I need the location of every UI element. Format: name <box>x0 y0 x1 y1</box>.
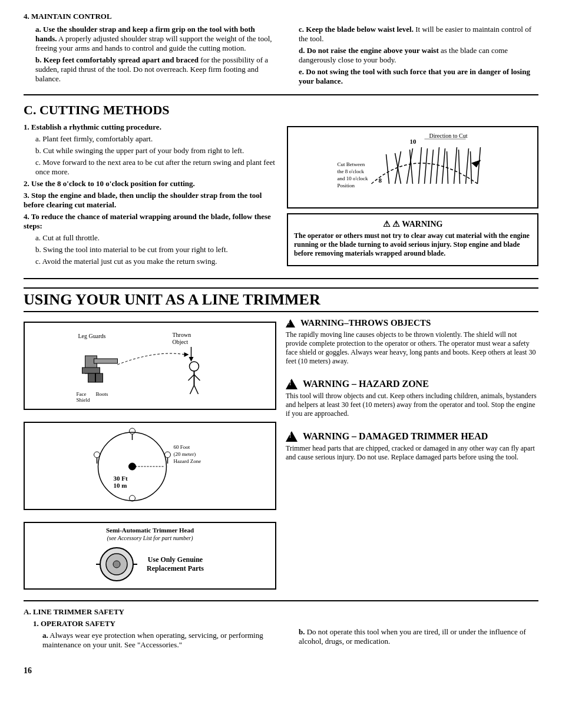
cm-item-3: 3. Stop the engine and blade, then uncli… <box>24 191 275 210</box>
page: 4. MAINTAIN CONTROL a. Use the shoulder … <box>24 12 538 676</box>
divider-1 <box>24 94 538 95</box>
leg-guard-right <box>96 373 103 382</box>
cut-between-label: Cut Between <box>338 161 365 167</box>
svg-line-6 <box>425 148 428 184</box>
svg-line-13 <box>466 148 469 184</box>
mc-item-d-bold: Do not raise the engine above your waist <box>307 46 439 55</box>
mc-item-c: c. Keep the blade below waist level. It … <box>299 25 538 44</box>
machine-arm <box>94 359 118 363</box>
maintain-control-right-items: c. Keep the blade below waist level. It … <box>287 25 538 86</box>
cm-4a: a. Cut at full throttle. <box>35 233 275 243</box>
svg-text:Position: Position <box>338 183 355 188</box>
maintain-control-section: 4. MAINTAIN CONTROL a. Use the shoulder … <box>24 12 538 88</box>
lts-sub-heading: 1. OPERATOR SAFETY <box>24 619 275 628</box>
mc-item-e: e. Do not swing the tool with such force… <box>299 67 538 86</box>
lts-item-a: a. Always wear eye protection when opera… <box>42 631 275 650</box>
lts-item-b-text: Do not operate this tool when you are ti… <box>299 627 526 646</box>
svg-text:Shield: Shield <box>77 397 91 403</box>
cutting-diagram: 10 8 Direction to Cut Cut Between the 8 … <box>287 126 538 209</box>
svg-line-11 <box>454 147 457 184</box>
svg-line-14 <box>471 151 472 184</box>
warning-3-triangle: ! <box>286 431 297 442</box>
person-leg-right <box>194 385 199 394</box>
person-arm-left <box>189 375 194 380</box>
cm-4c: c. Avoid the material just cut as you ma… <box>35 257 275 266</box>
mc-item-c-bold: Keep the blade below waist level. <box>306 25 414 34</box>
mc-item-a-normal: A properly adjusted shoulder strap will … <box>35 34 272 52</box>
warning-2-text: This tool will throw objects and cut. Ke… <box>286 392 538 418</box>
cm-item-2: 2. Use the 8 o'clock to 10 o'clock posit… <box>24 179 275 188</box>
mc-item-c-label: c. <box>299 25 304 34</box>
warning-1-title: WARNING–THROWS OBJECTS <box>300 318 431 328</box>
person-head <box>190 362 199 371</box>
warning-2-triangle: ! <box>286 379 297 389</box>
lts-right-items: b. Do not operate this tool when you are… <box>287 627 538 646</box>
machine-guard <box>82 368 100 373</box>
warning-1-text: The rapidly moving line causes objects t… <box>286 330 538 366</box>
svg-line-5 <box>419 147 422 184</box>
lts-item-a-text: Always wear eye protection when operatin… <box>42 631 263 649</box>
cutting-methods-heading: C. CUTTING METHODS <box>24 102 538 118</box>
warning-triangle-icon: ⚠ <box>383 220 391 229</box>
mc-item-a: a. Use the shoulder strap and keep a fir… <box>35 25 275 53</box>
lts-right: b. Do not operate this tool when you are… <box>287 607 538 652</box>
person2-head <box>165 452 171 458</box>
hazard-zone-svg: 30 Ft 10 m 60 <box>28 426 272 503</box>
cutting-methods-list: 1. Establish a rhythmic cutting procedur… <box>24 123 275 271</box>
line-trimmer-safety-section: A. LINE TRIMMER SAFETY 1. OPERATOR SAFET… <box>24 607 538 652</box>
lts-item-b: b. Do not operate this tool when you are… <box>299 627 538 646</box>
trimmer-warnings: ! WARNING–THROWS OBJECTS The rapidly mov… <box>286 318 538 593</box>
trimmer-content: Leg Guards Thrown Object <box>24 318 538 593</box>
warning-hazard-zone: ! WARNING – HAZARD ZONE This tool will t… <box>286 379 538 421</box>
thrown-arrow <box>189 357 194 362</box>
clock-10-label: 10 <box>410 138 417 145</box>
thrown-object-svg: Leg Guards Thrown Object <box>28 326 272 403</box>
cm-4b: b. Swing the tool into material to be cu… <box>35 245 275 254</box>
warning-throws-objects: ! WARNING–THROWS OBJECTS The rapidly mov… <box>286 318 538 368</box>
ft-label: 30 Ft <box>114 475 128 482</box>
mc-item-b-bold: Keep feet comfortably spread apart and b… <box>44 55 199 64</box>
maintain-control-left: 4. MAINTAIN CONTROL a. Use the shoulder … <box>24 12 275 88</box>
mc-item-d-label: d. <box>299 46 305 55</box>
cm-item-1-sub: a. Plant feet firmly, comfortably apart.… <box>24 134 275 177</box>
cutting-warning-title: ⚠ ⚠ WARNING <box>294 219 531 229</box>
cutting-methods-right: 10 8 Direction to Cut Cut Between the 8 … <box>287 123 538 271</box>
cm-1b: b. Cut while swinging the upper part of … <box>35 146 275 155</box>
svg-text:the 8 o'clock: the 8 o'clock <box>338 168 365 174</box>
warning-2-title: WARNING – HAZARD ZONE <box>303 379 429 389</box>
warning-1-triangle: ! <box>286 319 295 327</box>
use-only-label: Use Only Genuine Replacement Parts <box>147 555 204 573</box>
cutting-warning-text: The operator or others must not try to c… <box>294 231 531 258</box>
hazard-label-60ft: 60 Foot <box>174 444 190 450</box>
warning-2-heading: ! WARNING – HAZARD ZONE <box>286 379 538 389</box>
svg-line-12 <box>459 150 460 184</box>
cm-1c: c. Move forward to the next area to be c… <box>35 158 275 177</box>
cm-item-1: 1. Establish a rhythmic cutting procedur… <box>24 123 275 132</box>
cutting-warning-box: ⚠ ⚠ WARNING The operator or others must … <box>287 213 538 266</box>
warning-damaged-head: ! WARNING – DAMAGED TRIMMER HEAD Trimmer… <box>286 431 538 464</box>
cm-1a: a. Plant feet firmly, comfortably apart. <box>35 134 275 144</box>
leg-guard-left <box>88 373 95 382</box>
cutting-methods-content: 1. Establish a rhythmic cutting procedur… <box>24 123 538 271</box>
svg-text:Object: Object <box>173 339 189 345</box>
trimmer-head-label: Semi-Automatic Trimmer Head <box>28 527 272 534</box>
warning-1-heading: ! WARNING–THROWS OBJECTS <box>286 318 538 328</box>
svg-line-15 <box>478 147 481 184</box>
lts-items: a. Always wear eye protection when opera… <box>24 631 275 650</box>
divider-2 <box>24 278 538 279</box>
svg-text:10 m: 10 m <box>114 482 127 489</box>
face-shield-label: Face <box>77 391 87 397</box>
trimmer-diagrams: Leg Guards Thrown Object <box>24 318 276 593</box>
page-number: 16 <box>24 666 32 676</box>
svg-text:and 10 o'clock: and 10 o'clock <box>338 176 369 181</box>
maintain-control-heading: 4. MAINTAIN CONTROL <box>24 12 275 21</box>
warning-3-heading: ! WARNING – DAMAGED TRIMMER HEAD <box>286 431 538 442</box>
lts-heading: A. LINE TRIMMER SAFETY <box>24 607 275 617</box>
trimmer-head-diagram: Semi-Automatic Trimmer Head (see Accesso… <box>24 522 276 590</box>
mc-item-a-label: a. <box>35 25 41 34</box>
svg-text:(20 meter): (20 meter) <box>174 451 196 457</box>
person-leg-left <box>190 385 194 394</box>
maintain-control-right: c. Keep the blade below waist level. It … <box>287 12 538 88</box>
thrown-object-diagram: Leg Guards Thrown Object <box>24 322 276 410</box>
boots-label: Boots <box>96 391 109 397</box>
